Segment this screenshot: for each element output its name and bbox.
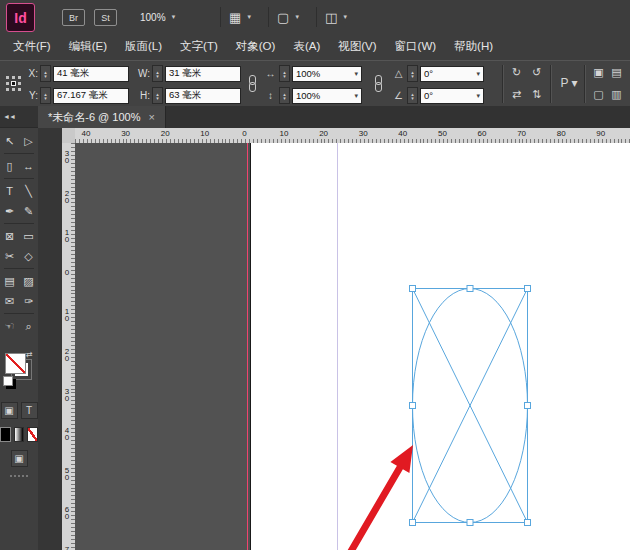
menu-item-window[interactable]: 窗口(W) <box>386 34 446 60</box>
rectangle-frame-tool[interactable]: ⊠ <box>0 226 19 246</box>
chevron-down-icon: ▾ <box>571 76 577 90</box>
menu-item-table[interactable]: 表(A) <box>284 34 329 60</box>
arrange-documents-dropdown[interactable]: ◫ ▼ <box>316 7 356 27</box>
scale-x-stepper[interactable]: ▴▾ <box>279 65 290 82</box>
chevron-down-icon[interactable]: ▾ <box>354 92 358 100</box>
type-tool[interactable]: T <box>0 181 19 201</box>
fill-swatch-none[interactable] <box>5 353 26 374</box>
apply-gradient-button[interactable] <box>14 427 25 442</box>
document-tab[interactable]: *未命名-6 @ 100% × <box>38 106 166 128</box>
pen-tool[interactable]: ✒ <box>0 201 19 221</box>
shear-input[interactable]: 0°▾ <box>420 88 484 104</box>
fit-frame-button[interactable]: ▤ <box>608 64 625 81</box>
page-tool[interactable]: ▯ <box>0 156 19 176</box>
y-stepper[interactable]: ▴▾ <box>40 87 51 104</box>
vertical-ruler[interactable]: 302010010203040506070 <box>62 143 76 550</box>
apply-color-button[interactable] <box>0 427 11 442</box>
h-input[interactable]: 63 毫米 <box>165 88 241 104</box>
rotate-cw-button[interactable]: ↻ <box>508 64 525 81</box>
free-transform-tool[interactable]: ◇ <box>19 246 38 266</box>
zoom-level-dropdown[interactable]: 100% ▼ <box>136 9 181 25</box>
close-tab-icon[interactable]: × <box>148 111 154 123</box>
formatting-affects-container-button[interactable]: ▣ <box>1 402 18 419</box>
selection-tool[interactable]: ↖ <box>0 131 19 151</box>
flip-vertical-button[interactable]: ⇅ <box>528 86 545 103</box>
w-input[interactable]: 31 毫米 <box>165 66 241 82</box>
menu-item-layout[interactable]: 版面(L) <box>116 34 171 60</box>
scale-x-group: ↔ ▴▾ 100%▾ <box>264 65 362 82</box>
zoom-tool[interactable]: ⌕ <box>19 316 38 336</box>
swap-fill-stroke-icon[interactable]: ⇄ <box>26 350 33 359</box>
chevron-down-icon[interactable]: ▾ <box>476 70 480 78</box>
scale-y-input[interactable]: 100%▾ <box>292 88 362 104</box>
direct-selection-tool[interactable]: ▷ <box>19 131 38 151</box>
gradient-feather-tool[interactable]: ▨ <box>19 271 38 291</box>
h-ruler-number: 10 <box>200 129 209 138</box>
scale-x-icon: ↔ <box>264 68 277 79</box>
horizontal-ruler[interactable]: 403020100102030405060708090 <box>75 128 630 144</box>
w-stepper[interactable]: ▴▾ <box>152 65 163 82</box>
apply-none-button[interactable] <box>27 427 38 442</box>
h-stepper[interactable]: ▴▾ <box>152 87 163 104</box>
gap-tool[interactable]: ↔ <box>19 156 38 176</box>
select-content-button[interactable]: ▥ <box>608 86 625 103</box>
rotate-ccw-button[interactable]: ↺ <box>528 64 545 81</box>
v-ruler-number: 40 <box>63 427 71 441</box>
eyedropper-tool[interactable]: ✑ <box>19 291 38 311</box>
scissors-tool[interactable]: ✂ <box>0 246 19 266</box>
menu-item-object[interactable]: 对象(O) <box>227 34 285 60</box>
menu-item-help[interactable]: 帮助(H) <box>445 34 502 60</box>
note-tool[interactable]: ✉ <box>0 291 19 311</box>
shear-value: 0° <box>424 90 433 101</box>
rectangle-tool[interactable]: ▭ <box>19 226 38 246</box>
shear-stepper[interactable]: ▴▾ <box>407 87 418 104</box>
collapse-panel-icon[interactable]: ◄◄ <box>3 113 15 120</box>
select-container-button[interactable]: ▢ <box>590 86 607 103</box>
shear-icon: ∠ <box>392 90 405 101</box>
gradient-swatch-tool[interactable]: ▤ <box>0 271 19 291</box>
menu-item-type[interactable]: 文字(T) <box>171 34 227 60</box>
view-options-dropdown[interactable]: ▦ ▼ <box>220 7 260 27</box>
tools-panel-header[interactable]: ◄◄ <box>0 106 38 128</box>
bridge-button[interactable]: Br <box>62 9 85 26</box>
rotation-input[interactable]: 0°▾ <box>420 66 484 82</box>
flip-horizontal-button[interactable]: ⇄ <box>508 86 525 103</box>
ruler-corner[interactable] <box>62 128 76 144</box>
constrain-wh-chain-icon[interactable] <box>248 75 257 93</box>
menu-item-file[interactable]: 文件(F) <box>4 34 60 60</box>
default-fill-stroke-icon[interactable] <box>3 376 13 386</box>
screen-mode-dropdown[interactable]: ▢ ▼ <box>268 7 308 27</box>
reference-point-proxy[interactable] <box>5 75 22 92</box>
p-dropdown-button[interactable]: P ▾ <box>556 72 582 94</box>
pencil-tool[interactable]: ✎ <box>19 201 38 221</box>
v-ruler-number: 30 <box>63 388 71 402</box>
menu-item-view[interactable]: 视图(V) <box>329 34 385 60</box>
constrain-scale-chain-icon[interactable] <box>374 75 383 93</box>
h-ruler-number: 20 <box>161 129 170 138</box>
x-stepper[interactable]: ▴▾ <box>40 65 51 82</box>
stepper-down-icon: ▾ <box>280 96 289 100</box>
v-ruler-number: 20 <box>63 348 71 362</box>
indesign-logo[interactable]: Id <box>6 3 35 32</box>
chevron-down-icon[interactable]: ▾ <box>476 92 480 100</box>
hand-tool[interactable]: ☜ <box>0 316 19 336</box>
formatting-affects-text-button[interactable]: T <box>21 402 38 419</box>
v-ruler-number: 60 <box>63 506 71 520</box>
screen-mode-button[interactable]: ▣ <box>11 450 28 467</box>
line-tool[interactable]: ╲ <box>19 181 38 201</box>
chevron-down-icon[interactable]: ▾ <box>354 70 358 78</box>
rotation-icon: △ <box>392 68 405 79</box>
chevron-down-icon: ▼ <box>246 14 252 20</box>
document-canvas[interactable] <box>75 143 630 550</box>
scale-y-stepper[interactable]: ▴▾ <box>279 87 290 104</box>
h-ruler-number: 30 <box>359 129 368 138</box>
fit-content-button[interactable]: ▣ <box>590 64 607 81</box>
y-field-group: Y: ▴▾ 67.167 毫米 <box>24 87 129 104</box>
x-input[interactable]: 41 毫米 <box>53 66 129 82</box>
arrange-documents-icon: ◫ <box>325 11 337 24</box>
stock-button[interactable]: St <box>94 9 117 26</box>
rotation-stepper[interactable]: ▴▾ <box>407 65 418 82</box>
menu-item-edit[interactable]: 编辑(E) <box>60 34 116 60</box>
y-input[interactable]: 67.167 毫米 <box>53 88 129 104</box>
scale-x-input[interactable]: 100%▾ <box>292 66 362 82</box>
